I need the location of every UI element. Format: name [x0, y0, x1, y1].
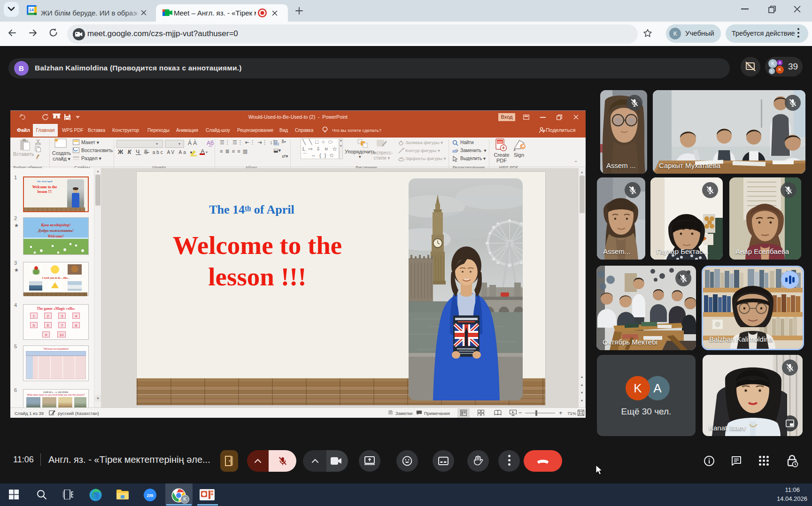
- svg-text:PDF: PDF: [497, 141, 503, 144]
- svg-text:14: 14: [29, 7, 34, 12]
- svg-text:zm: zm: [147, 493, 154, 498]
- svg-text:ab: ab: [452, 149, 457, 153]
